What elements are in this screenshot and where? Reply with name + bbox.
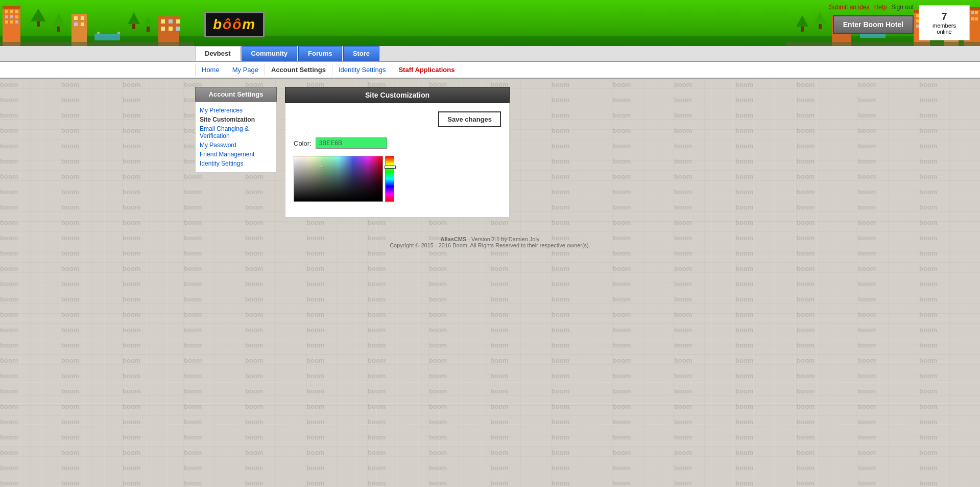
svg-rect-21 [81, 22, 84, 26]
color-picker-crosshair: + [318, 164, 325, 171]
sidebar-item-email-changing[interactable]: Email Changing & Verification [200, 124, 272, 141]
sidebar: Account Settings My Preferences Site Cus… [195, 87, 277, 218]
svg-rect-23 [97, 32, 100, 34]
svg-rect-28 [147, 27, 150, 32]
svg-rect-35 [176, 27, 180, 31]
svg-rect-6 [15, 10, 18, 13]
sidebar-item-identity-settings[interactable]: Identity Settings [200, 159, 272, 168]
footer: AliasCMS - Version 2.1 by Damien Joly Co… [0, 226, 980, 259]
nav-account-settings[interactable]: Account Settings [265, 64, 332, 76]
signout-link[interactable]: Sign out [891, 4, 914, 11]
color-gradient-box[interactable]: + [294, 156, 383, 202]
second-nav-bar: Home My Page Account Settings Identity S… [0, 62, 980, 79]
svg-rect-7 [5, 15, 8, 18]
site-logo: bôôm [204, 12, 265, 37]
sidebar-item-site-customization: Site Customization [200, 115, 272, 124]
svg-rect-17 [71, 14, 87, 46]
svg-rect-30 [161, 19, 165, 24]
svg-rect-14 [37, 21, 40, 27]
members-sublabel: online [929, 29, 959, 35]
color-label: Color: [294, 140, 312, 147]
members-count: 7 [929, 11, 959, 22]
svg-rect-76 [786, 42, 980, 46]
svg-rect-74 [971, 17, 974, 20]
svg-marker-37 [796, 15, 808, 27]
svg-rect-72 [975, 11, 978, 14]
header: bôôm [0, 0, 980, 46]
tab-devbest[interactable]: Devbest [195, 46, 241, 61]
svg-rect-11 [10, 20, 13, 24]
svg-rect-33 [161, 27, 165, 31]
hue-slider-handle [385, 166, 396, 169]
sidebar-body: My Preferences Site Customization Email … [195, 102, 277, 173]
svg-rect-22 [94, 34, 120, 40]
main-content-area: Account Settings My Preferences Site Cus… [0, 79, 980, 226]
svg-rect-24 [117, 32, 120, 34]
logo: bôôm [204, 9, 265, 37]
sidebar-item-my-preferences[interactable]: My Preferences [200, 106, 272, 115]
svg-rect-26 [132, 24, 135, 29]
svg-rect-32 [176, 19, 180, 24]
main-panel: Site Customization Save changes Color: + [285, 87, 510, 218]
members-online-box: 7 members online [919, 5, 970, 40]
svg-marker-27 [143, 16, 153, 27]
svg-marker-39 [814, 11, 826, 24]
svg-marker-15 [51, 14, 66, 27]
svg-rect-9 [15, 15, 18, 18]
panel-title: Site Customization [285, 87, 510, 103]
nav-identity-settings[interactable]: Identity Settings [332, 64, 393, 76]
svg-marker-25 [128, 12, 140, 24]
svg-rect-5 [10, 10, 13, 13]
svg-rect-4 [5, 10, 8, 13]
footer-copyright: Copyright © 2015 - 2016 Boom. All Rights… [390, 242, 590, 248]
color-section: Color: + [294, 135, 501, 202]
svg-rect-31 [169, 19, 173, 24]
svg-rect-16 [57, 27, 60, 32]
svg-marker-13 [31, 9, 46, 21]
nav-home[interactable]: Home [195, 64, 226, 76]
save-changes-button[interactable]: Save changes [438, 111, 501, 127]
svg-rect-36 [0, 42, 194, 46]
svg-rect-20 [74, 22, 78, 26]
top-links-container: Submit an idea Help Sign out [829, 3, 914, 11]
tab-forums[interactable]: Forums [298, 46, 342, 61]
submit-idea-link[interactable]: Submit an idea [829, 4, 870, 11]
save-btn-container: Save changes [438, 111, 501, 131]
footer-version: - Version 2.1 by Damien Joly [466, 236, 539, 242]
tab-community[interactable]: Community [242, 46, 298, 61]
svg-rect-71 [971, 11, 974, 14]
color-input[interactable] [316, 137, 387, 149]
svg-rect-18 [74, 16, 78, 20]
sidebar-item-my-password[interactable]: My Password [200, 141, 272, 150]
svg-rect-12 [15, 20, 18, 24]
svg-rect-10 [5, 20, 8, 24]
enter-hotel-button[interactable]: Enter Boom Hotel [833, 15, 914, 34]
footer-cms: AliasCMS [441, 236, 467, 242]
svg-rect-8 [10, 15, 13, 18]
color-row: Color: [294, 137, 501, 149]
svg-rect-38 [801, 27, 804, 32]
sidebar-item-friend-management[interactable]: Friend Management [200, 150, 272, 159]
nav-staff-applications[interactable]: Staff Applications [392, 64, 461, 76]
color-picker-widget: + [294, 156, 501, 202]
svg-rect-75 [975, 17, 978, 20]
help-link[interactable]: Help [874, 4, 887, 11]
svg-rect-3 [3, 6, 20, 9]
members-label: members [929, 22, 959, 29]
svg-rect-19 [81, 16, 84, 20]
nav-mypage[interactable]: My Page [226, 64, 265, 76]
tab-store[interactable]: Store [343, 46, 379, 61]
main-tab-bar: Devbest Community Forums Store [0, 46, 980, 62]
panel-body: Save changes Color: + [285, 103, 510, 218]
city-left-decoration [0, 1, 194, 46]
sidebar-title: Account Settings [195, 87, 277, 102]
svg-rect-40 [819, 24, 822, 29]
svg-rect-34 [169, 27, 173, 31]
hue-slider[interactable] [385, 156, 394, 202]
